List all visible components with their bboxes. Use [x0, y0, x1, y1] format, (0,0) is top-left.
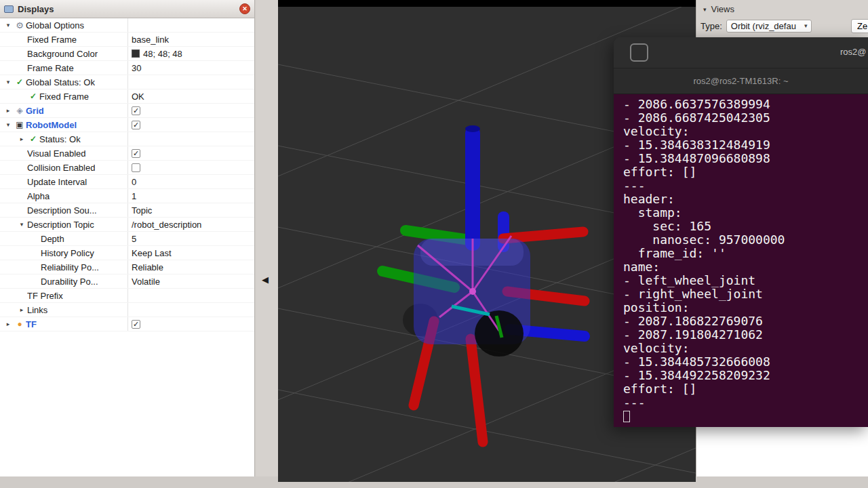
expander-closed-icon[interactable]: ▸: [3, 107, 14, 114]
terminal-titlebar[interactable]: ros2@: [614, 37, 868, 68]
tree-row-grid[interactable]: ▸Grid✓: [0, 104, 254, 118]
tree-row-value[interactable]: 1: [127, 189, 254, 203]
terminal-line: stamp:: [623, 206, 868, 220]
checkbox-checked[interactable]: ✓: [132, 320, 140, 329]
tree-row-tf[interactable]: ▸TF✓: [0, 317, 254, 331]
tree-row-frame-rate[interactable]: Frame Rate30: [0, 61, 254, 75]
views-expander-icon[interactable]: ▾: [703, 6, 707, 13]
tree-row-reliability-po[interactable]: Reliability Po...Reliable: [0, 260, 254, 274]
checkbox-checked[interactable]: ✓: [132, 149, 140, 158]
tree-row-name: Frame Rate: [0, 61, 127, 75]
tree-row-status-ok[interactable]: ▸Status: Ok: [0, 132, 254, 146]
panel-splitter[interactable]: ◀: [256, 0, 278, 476]
expander-open-icon[interactable]: ▾: [3, 79, 14, 85]
terminal-tab-bar[interactable]: ros2@ros2-TM1613R: ~: [614, 68, 868, 94]
expander-open-icon[interactable]: ▾: [3, 121, 14, 128]
tree-row-visual-enabled[interactable]: Visual Enabled✓: [0, 146, 254, 161]
tree-row-value[interactable]: ✓: [127, 146, 254, 160]
tree-row-name: ▾Description Topic: [0, 218, 127, 231]
tree-row-name: Reliability Po...: [0, 260, 127, 274]
panel-close-button[interactable]: ✕: [239, 3, 250, 14]
tree-row-value[interactable]: base_link: [127, 33, 254, 46]
tree-row-label: RobotModel: [26, 120, 77, 130]
tree-row-value[interactable]: Keep Last: [127, 246, 254, 260]
tree-row-label: Background Color: [27, 49, 98, 59]
tree-row-label: Depth: [41, 234, 64, 244]
terminal-line: - right_wheel_joint: [623, 287, 868, 301]
tree-row-label: Links: [27, 305, 47, 315]
terminal-output[interactable]: - 2086.6637576389994- 2086.6687425042305…: [614, 94, 868, 427]
tree-row-alpha[interactable]: Alpha1: [0, 189, 254, 203]
tree-row-value[interactable]: [127, 75, 254, 89]
terminal-line: - 2087.186822769076: [623, 314, 868, 328]
tree-row-update-interval[interactable]: Update Interval0: [0, 175, 254, 189]
tree-row-value[interactable]: [127, 303, 254, 317]
terminal-line: - 2086.6687425042305: [623, 111, 868, 125]
checkbox-checked[interactable]: ✓: [132, 121, 140, 129]
views-type-row: Type: Orbit (rviz_defau ▾ Ze: [696, 17, 868, 35]
value-text: Reliable: [132, 262, 163, 272]
tree-row-depth[interactable]: Depth5: [0, 232, 254, 246]
tree-row-fixed-frame[interactable]: Fixed FrameOK: [0, 89, 254, 104]
tree-row-label: Status: Ok: [39, 134, 81, 144]
tree-row-name: ▸Grid: [0, 104, 127, 117]
value-text: 5: [132, 234, 136, 244]
expander-closed-icon[interactable]: ▸: [16, 136, 27, 142]
terminal-line: effort: []: [623, 382, 868, 396]
tree-row-name: ▸Links: [0, 303, 127, 317]
new-tab-button[interactable]: [630, 43, 648, 62]
tree-row-value[interactable]: ✓: [127, 104, 254, 117]
terminal-line: ---: [623, 179, 868, 192]
tree-row-name: ▾RobotModel: [0, 118, 127, 131]
tree-row-durability-po[interactable]: Durability Po...Volatile: [0, 274, 254, 289]
check-icon: [14, 77, 26, 87]
tree-row-value[interactable]: Topic: [127, 203, 254, 217]
tree-row-value[interactable]: [127, 132, 254, 146]
tree-row-value[interactable]: Volatile: [127, 274, 254, 288]
view-type-select[interactable]: Orbit (rviz_defau ▾: [726, 20, 812, 33]
views-panel-header: ▾ Views: [696, 0, 868, 17]
collapse-left-icon[interactable]: ◀: [262, 274, 269, 285]
expander-open-icon[interactable]: ▾: [3, 22, 14, 28]
tree-row-value[interactable]: [127, 289, 254, 302]
terminal-line: velocity:: [623, 125, 868, 138]
tree-row-value[interactable]: OK: [127, 89, 254, 103]
tree-row-links[interactable]: ▸Links: [0, 303, 254, 317]
tree-row-value[interactable]: 0: [127, 175, 254, 188]
checkbox-checked[interactable]: ✓: [132, 106, 140, 115]
tree-row-value[interactable]: [127, 18, 254, 32]
tree-row-value[interactable]: [127, 161, 254, 174]
expander-open-icon[interactable]: ▾: [16, 221, 27, 228]
tree-row-robotmodel[interactable]: ▾RobotModel✓: [0, 118, 254, 132]
tree-row-label: Durability Po...: [41, 277, 98, 287]
tree-row-name: ▸Status: Ok: [0, 132, 127, 146]
tree-row-value[interactable]: 48; 48; 48: [127, 47, 254, 60]
tree-row-name: Fixed Frame: [0, 89, 127, 103]
checkbox-unchecked[interactable]: [132, 163, 140, 172]
tree-row-name: Background Color: [0, 47, 127, 60]
tree-row-value[interactable]: ✓: [127, 317, 254, 331]
tree-row-history-policy[interactable]: History PolicyKeep Last: [0, 246, 254, 260]
tree-row-tf-prefix[interactable]: TF Prefix: [0, 289, 254, 303]
tree-row-global-status-ok[interactable]: ▾Global Status: Ok: [0, 75, 254, 89]
terminal-cursor-line: [623, 409, 868, 423]
tree-row-value[interactable]: 30: [127, 61, 254, 75]
tree-row-value[interactable]: ✓: [127, 118, 254, 131]
tree-row-fixed-frame[interactable]: Fixed Framebase_link: [0, 33, 254, 47]
tree-row-label: Global Options: [26, 20, 84, 30]
tree-row-value[interactable]: /robot_description: [127, 218, 254, 231]
tree-row-description-topic[interactable]: ▾Description Topic/robot_description: [0, 218, 254, 232]
tree-row-name: Visual Enabled: [0, 146, 127, 160]
tree-row-global-options[interactable]: ▾Global Options: [0, 18, 254, 33]
expander-closed-icon[interactable]: ▸: [16, 306, 27, 313]
tree-row-description-sou[interactable]: Description Sou...Topic: [0, 203, 254, 218]
tree-row-value[interactable]: Reliable: [127, 260, 254, 274]
tree-row-label: Visual Enabled: [27, 148, 86, 159]
tree-row-background-color[interactable]: Background Color48; 48; 48: [0, 47, 254, 61]
expander-closed-icon[interactable]: ▸: [3, 321, 14, 327]
tree-row-name: Collision Enabled: [0, 161, 127, 174]
tree-row-value[interactable]: 5: [127, 232, 254, 245]
tree-row-collision-enabled[interactable]: Collision Enabled: [0, 161, 254, 175]
tree-row-name: ▸TF: [0, 317, 127, 331]
zero-button[interactable]: Ze: [851, 19, 868, 33]
